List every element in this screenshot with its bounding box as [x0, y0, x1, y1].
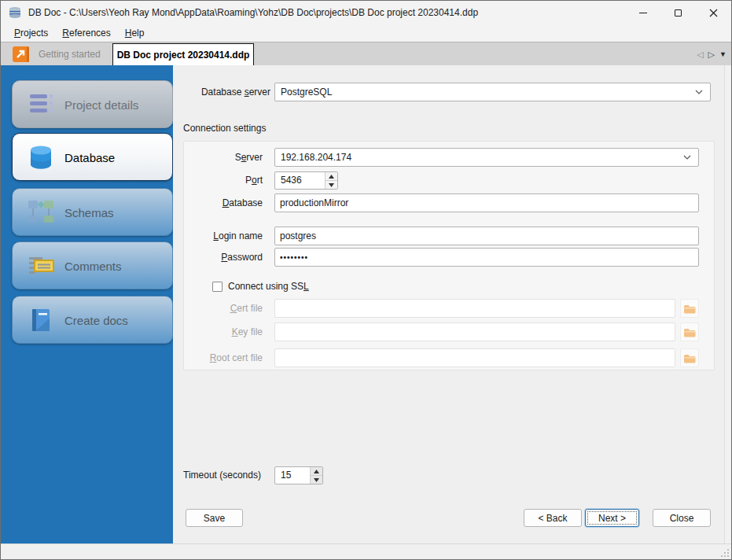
project-details-icon	[25, 89, 57, 120]
login-name-input[interactable]	[274, 227, 699, 245]
cert-file-label: Cert file	[184, 299, 263, 318]
window-title: DB Doc - C:\Users\Yeoh Ray Mond\AppData\…	[28, 7, 478, 18]
port-spin-down-icon[interactable]	[326, 180, 337, 189]
tab-project-document-label: DB Doc project 20230414.ddp	[117, 50, 250, 61]
comments-icon	[25, 250, 57, 282]
menu-projects[interactable]: Projects	[7, 26, 55, 41]
title-bar: DB Doc - C:\Users\Yeoh Ray Mond\AppData\…	[1, 1, 731, 24]
database-server-combo[interactable]: PostgreSQL	[274, 83, 711, 101]
app-database-icon	[8, 6, 22, 20]
minimize-button[interactable]	[625, 1, 660, 24]
ssl-checkbox-row[interactable]: Connect using SSL	[212, 280, 309, 293]
port-label: Port	[184, 171, 263, 190]
sidebar-item-label: Project details	[64, 81, 138, 129]
close-button-form[interactable]: Close	[653, 509, 711, 527]
document-tab-strip: Getting started DB Doc project 20230414.…	[1, 42, 731, 65]
main-area: Project details Database	[1, 65, 731, 543]
port-value: 5436	[281, 172, 302, 189]
maximize-button[interactable]	[660, 1, 696, 24]
tab-navigation: ◁ ▷ ▼	[697, 47, 726, 61]
connection-settings-group: Server 192.168.204.174 Port 5436	[183, 141, 715, 370]
tab-getting-started[interactable]: Getting started	[39, 49, 101, 60]
sidebar-item-database[interactable]: Database	[12, 133, 173, 181]
tab-list-dropdown-icon[interactable]: ▼	[719, 47, 726, 61]
root-cert-file-browse-button[interactable]	[680, 348, 699, 367]
password-label: Password	[184, 248, 263, 267]
folder-icon	[683, 327, 696, 337]
key-file-browse-button[interactable]	[680, 322, 699, 341]
back-button[interactable]: < Back	[524, 509, 582, 527]
database-server-value: PostgreSQL	[281, 83, 332, 101]
sidebar-item-label: Create docs	[64, 297, 128, 344]
menu-bar: Projects References Help	[1, 24, 731, 42]
timeout-spin-down-icon[interactable]	[311, 475, 322, 484]
timeout-spinner[interactable]: 15	[274, 466, 323, 484]
sidebar-item-label: Comments	[64, 242, 122, 290]
close-button[interactable]	[696, 1, 731, 24]
folder-icon	[683, 304, 696, 314]
password-input[interactable]	[274, 248, 699, 267]
port-spin-up-icon[interactable]	[326, 172, 337, 180]
sidebar-item-label: Schemas	[64, 189, 114, 237]
sidebar-item-comments[interactable]: Comments	[12, 241, 173, 289]
sidebar-item-project-details[interactable]: Project details	[12, 80, 173, 128]
database-icon	[25, 142, 57, 173]
database-input[interactable]	[274, 193, 699, 212]
timeout-spin-up-icon[interactable]	[311, 467, 322, 475]
sidebar: Project details Database	[1, 65, 173, 543]
folder-icon	[683, 353, 696, 363]
cert-file-input[interactable]	[274, 299, 675, 318]
database-label: Database	[184, 193, 263, 212]
database-server-label: Database server	[173, 83, 270, 101]
form-panel: Database server PostgreSQL Connection se…	[173, 65, 731, 543]
minimize-icon	[639, 13, 647, 13]
server-value: 192.168.204.174	[281, 149, 351, 166]
tab-scroll-left-icon[interactable]: ◁	[697, 47, 703, 61]
key-file-input[interactable]	[274, 322, 675, 341]
sidebar-item-create-docs[interactable]: Create docs	[12, 296, 173, 344]
maximize-icon	[675, 9, 682, 17]
ssl-checkbox-label: Connect using SSL	[228, 281, 309, 292]
next-button[interactable]: Next >	[585, 509, 639, 527]
sidebar-item-schemas[interactable]: Schemas	[12, 188, 173, 236]
chevron-down-icon	[695, 90, 703, 94]
ssl-checkbox[interactable]	[212, 282, 223, 292]
right-gutter	[724, 65, 731, 543]
timeout-label: Timeout (seconds)	[183, 466, 271, 485]
cert-file-browse-button[interactable]	[680, 299, 699, 318]
server-label: Server	[184, 148, 263, 167]
tab-project-document[interactable]: DB Doc project 20230414.ddp	[112, 43, 254, 66]
save-button[interactable]: Save	[186, 509, 243, 527]
key-file-label: Key file	[184, 322, 263, 341]
create-docs-icon	[25, 304, 57, 336]
menu-help[interactable]: Help	[118, 26, 152, 41]
root-cert-file-input[interactable]	[274, 348, 675, 367]
schemas-icon	[25, 197, 57, 228]
menu-references[interactable]: References	[55, 26, 117, 41]
port-spinner[interactable]: 5436	[274, 171, 338, 190]
connection-settings-heading: Connection settings	[183, 123, 266, 134]
login-name-label: Login name	[184, 227, 263, 245]
resize-grip-icon[interactable]	[719, 547, 730, 558]
status-bar	[1, 543, 731, 559]
sidebar-item-label: Database	[64, 134, 115, 182]
close-icon	[709, 9, 718, 17]
getting-started-icon[interactable]	[12, 45, 31, 64]
chevron-down-icon	[683, 155, 691, 160]
timeout-value: 15	[281, 467, 291, 484]
root-cert-file-label: Root cert file	[184, 348, 263, 367]
app-window: DB Doc - C:\Users\Yeoh Ray Mond\AppData\…	[0, 0, 732, 560]
server-combo[interactable]: 192.168.204.174	[274, 148, 699, 167]
tab-scroll-right-icon[interactable]: ▷	[708, 47, 715, 61]
